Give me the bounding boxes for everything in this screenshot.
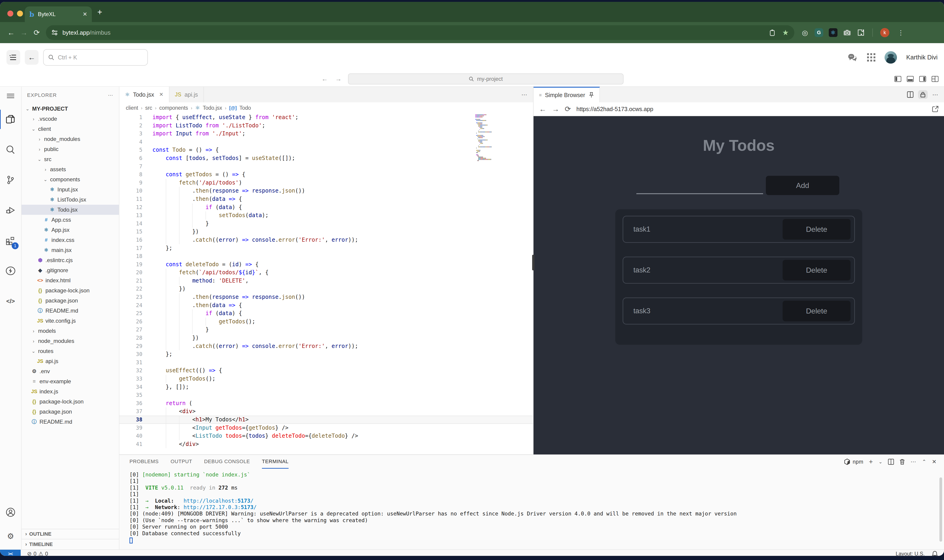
open-external-icon[interactable] [932, 106, 938, 112]
tree-item-index-css[interactable]: #index.css [22, 235, 119, 245]
code-line-1[interactable]: 1import { useEffect, useState } from 're… [119, 113, 533, 122]
code-line-37[interactable]: 37 <div> [119, 408, 533, 415]
code-line-17[interactable]: 17 }; [119, 244, 533, 252]
target-extension-icon[interactable]: ◎ [801, 28, 809, 37]
tree-item-public[interactable]: ›public [22, 144, 119, 154]
tree-item-package-lock-json[interactable]: {}package-lock.json [22, 397, 119, 407]
terminal-tab-terminal[interactable]: TERMINAL [262, 455, 289, 469]
browser-tab[interactable]: b ByteXL ✕ [25, 6, 92, 22]
outline-section[interactable]: ›OUTLINE [22, 529, 119, 539]
apps-grid-icon[interactable] [867, 53, 875, 62]
code-line-29[interactable]: 29 .catch((error) => console.error('Erro… [119, 342, 533, 351]
code-line-16[interactable]: 16 .catch((error) => console.error('Erro… [119, 236, 533, 244]
kill-terminal-icon[interactable] [899, 459, 905, 465]
maximize-panel-icon[interactable]: ⌃ [922, 459, 926, 465]
code-line-9[interactable]: 9 fetch('/api/todos') [119, 179, 533, 187]
keyboard-layout[interactable]: Layout: U.S. [896, 551, 925, 556]
tree-item-components[interactable]: ⌄components [22, 174, 119, 185]
todo-input-field[interactable] [636, 193, 763, 194]
menu-icon[interactable] [0, 91, 22, 102]
site-settings-icon[interactable] [51, 29, 58, 36]
close-window-button[interactable] [7, 11, 13, 17]
tree-item-vite-config-js[interactable]: JSvite.config.js [22, 316, 119, 326]
toggle-panel-icon[interactable] [907, 76, 914, 82]
code-line-41[interactable]: 41 </div> [119, 440, 533, 448]
delete-todo-button[interactable]: Delete [782, 260, 850, 280]
tree-item-input-jsx[interactable]: ⚛Input.jsx [22, 185, 119, 195]
code-line-20[interactable]: 20 fetch(`/api/todos/${id}`, { [119, 269, 533, 277]
tree-item-node-modules[interactable]: ›node_modules [22, 134, 119, 144]
browser-forward-icon[interactable]: → [17, 28, 30, 37]
code-line-38[interactable]: 38 <h1>My Todos</h1> [119, 415, 533, 424]
code-line-8[interactable]: 8 const getTodos = () => { [119, 171, 533, 179]
tree-item-package-lock-json[interactable]: {}package-lock.json [22, 286, 119, 295]
tree-item-index-js[interactable]: JSindex.js [22, 386, 119, 397]
code-line-6[interactable]: 6 const [todos, setTodos] = useState([])… [119, 154, 533, 163]
browser-reload-icon[interactable]: ⟳ [30, 28, 43, 37]
split-editor-icon[interactable] [907, 91, 913, 98]
editor-actions-icon[interactable]: ⋯ [521, 91, 533, 98]
code-line-4[interactable]: 4 [119, 138, 533, 146]
terminal-dropdown-icon[interactable]: ⌄ [879, 459, 882, 465]
terminal-tab-problems[interactable]: PROBLEMS [129, 455, 159, 469]
history-forward-icon[interactable]: → [335, 75, 342, 83]
settings-gear-icon[interactable]: ⚙ [0, 525, 22, 548]
breadcrumb-item[interactable]: client [126, 105, 138, 111]
terminal-output[interactable]: [0] [nodemon] starting `node index.js`[1… [119, 469, 944, 549]
tree-item-src[interactable]: ⌄src [22, 154, 119, 164]
code-line-22[interactable]: 22 }) [119, 285, 533, 293]
problems-status[interactable]: ⊘ 0 ⚠ 0 [27, 551, 48, 556]
camera-extension-icon[interactable] [843, 28, 851, 37]
close-panel-icon[interactable]: ✕ [932, 458, 937, 465]
sb-reload-icon[interactable]: ⟳ [565, 105, 571, 113]
extensions-activity-icon[interactable]: 1 [0, 229, 22, 252]
code-line-36[interactable]: 36 return ( [119, 399, 533, 408]
history-back-icon[interactable]: ← [322, 75, 328, 83]
timeline-section[interactable]: ›TIMELINE [22, 539, 119, 549]
minimize-window-button[interactable] [17, 11, 23, 17]
tree-item-app-css[interactable]: #App.css [22, 215, 119, 225]
code-line-30[interactable]: 30 }; [119, 350, 533, 358]
tree-item-node-modules[interactable]: ›node_modules [22, 336, 119, 346]
tree-item--env[interactable]: ⚙.env [22, 366, 119, 376]
grammarly-extension-icon[interactable]: G [815, 28, 823, 37]
tree-item-readme-md[interactable]: ⓘREADME.md [22, 417, 119, 427]
close-icon[interactable]: ✕ [159, 92, 163, 97]
code-line-7[interactable]: 7 [119, 163, 533, 171]
code-line-27[interactable]: 27 } [119, 326, 533, 334]
tree-item-my-project[interactable]: ⌄MY-PROJECT [22, 104, 119, 114]
code-line-15[interactable]: 15 }) [119, 228, 533, 236]
new-tab-button[interactable]: + [97, 7, 102, 17]
tree-item-models[interactable]: ›models [22, 326, 119, 336]
code-line-24[interactable]: 24 .then(data => { [119, 302, 533, 309]
code-line-18[interactable]: 18 [119, 252, 533, 260]
tree-item-env-example[interactable]: ≡env-example [22, 376, 119, 386]
sb-forward-icon[interactable]: → [552, 105, 559, 113]
code-line-10[interactable]: 10 .then(response => response.json()) [119, 187, 533, 195]
tree-item-package-json[interactable]: {}package.json [22, 295, 119, 306]
tab-close-icon[interactable]: ✕ [83, 11, 87, 17]
code-line-14[interactable]: 14 } [119, 220, 533, 228]
pin-icon[interactable] [589, 92, 594, 98]
code-line-5[interactable]: 5const Todo = () => { [119, 146, 533, 154]
breadcrumb-item[interactable]: src [145, 105, 152, 111]
shell-chip[interactable]: $ npm [844, 458, 864, 465]
code-line-32[interactable]: 32 useEffect(() => { [119, 366, 533, 375]
tree-item--eslintrc-cjs[interactable]: ⬢.eslintrc.cjs [22, 255, 119, 265]
code-line-2[interactable]: 2import ListTodo from './ListTodo'; [119, 122, 533, 130]
lock-icon[interactable] [918, 90, 928, 99]
tree-item-main-jsx[interactable]: ⚛main.jsx [22, 245, 119, 255]
code-line-19[interactable]: 19 const deleteTodo = (id) => { [119, 260, 533, 269]
code-line-11[interactable]: 11 .then(data => { [119, 195, 533, 203]
breadcrumb-item[interactable]: Todo.jsx [203, 105, 222, 111]
editor-tab-todo-jsx[interactable]: ⚛Todo.jsx✕ [119, 87, 169, 102]
browser-back-icon[interactable]: ← [5, 28, 17, 37]
sb-back-icon[interactable]: ← [539, 105, 547, 113]
tree-item-app-jsx[interactable]: ⚛App.jsx [22, 225, 119, 235]
code-line-12[interactable]: 12 if (data) { [119, 203, 533, 212]
code-line-35[interactable]: 35 [119, 391, 533, 399]
tree-item-index-html[interactable]: <>index.html [22, 275, 119, 286]
customize-layout-icon[interactable] [932, 76, 938, 82]
tree-item-listtodo-jsx[interactable]: ⚛ListTodo.jsx [22, 195, 119, 205]
code-line-39[interactable]: 39 <Input getTodos={getTodos} /> [119, 424, 533, 432]
